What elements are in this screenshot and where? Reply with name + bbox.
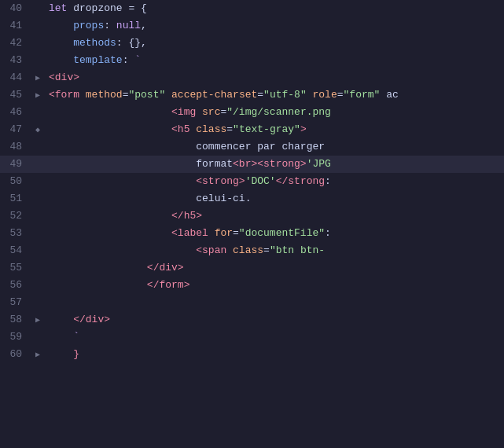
- gutter: [30, 173, 46, 190]
- code-tokens: props: null,: [46, 17, 504, 35]
- code-tokens: let dropzone = {: [46, 0, 504, 17]
- line-number: 46: [0, 104, 30, 121]
- token-attr: accept-charset: [171, 89, 257, 101]
- token-attr: for: [215, 227, 233, 239]
- line-number: 52: [0, 207, 30, 225]
- line-number: 47: [0, 121, 30, 138]
- gutter: [30, 156, 46, 173]
- gutter: ▶: [30, 311, 46, 329]
- token-tag: </strong: [276, 175, 325, 187]
- line-number: 54: [0, 242, 30, 259]
- line-number: 44: [0, 69, 30, 86]
- token-punc: =: [337, 89, 344, 101]
- token-str: 'JPG: [307, 158, 331, 170]
- token-tag: </h5>: [171, 210, 202, 222]
- token-punc: [49, 175, 196, 187]
- code-tokens: commencer par charger: [46, 138, 504, 156]
- breakpoint-dot: ◆: [35, 125, 40, 134]
- code-tokens: </form>: [46, 277, 504, 294]
- token-kw: null: [116, 20, 141, 31]
- fold-arrow-icon[interactable]: ▶: [35, 73, 40, 83]
- code-line: 53 <label for="documentFile":: [0, 225, 504, 242]
- code-tokens: }: [46, 346, 504, 363]
- code-line: 41 props: null,: [0, 17, 504, 35]
- token-punc: :: [325, 175, 331, 187]
- token-attr-val: "/img/scanner.png: [226, 106, 331, 118]
- token-punc: =: [233, 227, 239, 239]
- token-punc: [49, 123, 171, 135]
- code-tokens: <img src="/img/scanner.png: [46, 104, 504, 121]
- token-attr-val: "post": [128, 89, 165, 101]
- token-tag: <h5: [171, 123, 196, 135]
- gutter: ▶: [30, 86, 46, 104]
- token-tag: <label: [171, 227, 215, 239]
- token-attr: method: [86, 89, 123, 101]
- token-attr-val: "text-gray": [233, 123, 300, 135]
- gutter: ▶: [30, 69, 46, 86]
- fold-arrow-icon[interactable]: ▶: [35, 90, 40, 100]
- token-punc: [49, 37, 73, 49]
- token-prop: template: [73, 54, 122, 66]
- code-line: 43 template: `: [0, 52, 504, 69]
- code-line: 46 <img src="/img/scanner.png: [0, 104, 504, 121]
- code-tokens: [46, 294, 504, 311]
- code-line: 52 </h5>: [0, 207, 504, 225]
- token-punc: [49, 244, 196, 256]
- token-punc: :: [123, 54, 135, 66]
- code-line: 40let dropzone = {: [0, 0, 504, 17]
- token-backtick: `: [134, 54, 141, 66]
- fold-arrow-icon[interactable]: ▶: [35, 350, 40, 359]
- gutter: [30, 138, 46, 156]
- token-punc: [165, 89, 171, 101]
- token-attr-val: "utf-8": [263, 89, 307, 101]
- token-punc: [49, 106, 171, 118]
- fold-arrow-icon[interactable]: ▶: [35, 315, 40, 325]
- gutter: [30, 52, 46, 69]
- token-punc: :: [325, 227, 331, 239]
- token-backtick: `: [49, 331, 79, 343]
- code-line: 50 <strong>'DOC'</strong:: [0, 173, 504, 190]
- line-number: 45: [0, 86, 30, 104]
- code-tokens: <form method="post" accept-charset="utf-…: [46, 86, 504, 104]
- gutter: [30, 190, 46, 207]
- token-attr-val: "btn btn-: [270, 244, 325, 256]
- line-number: 60: [0, 346, 30, 363]
- token-prop: methods: [73, 37, 116, 49]
- code-tokens: methods: {},: [46, 35, 504, 52]
- code-line: 59 `: [0, 329, 504, 346]
- code-tokens: <h5 class="text-gray">: [46, 121, 504, 138]
- code-line: 57: [0, 294, 504, 311]
- token-punc: [49, 193, 196, 204]
- token-tag: <div: [49, 72, 73, 83]
- token-punc: [49, 227, 171, 239]
- token-text-node: commencer par charger: [196, 141, 325, 152]
- token-tag: <br>: [233, 158, 257, 170]
- code-tokens: <strong>'DOC'</strong:: [46, 173, 504, 190]
- code-tokens: <label for="documentFile":: [46, 225, 504, 242]
- line-number: 41: [0, 17, 30, 35]
- code-line: 48 commencer par charger: [0, 138, 504, 156]
- token-punc: [49, 348, 73, 360]
- line-number: 50: [0, 173, 30, 190]
- code-line: 51 celui-ci.: [0, 190, 504, 207]
- gutter: [30, 277, 46, 294]
- line-number: 51: [0, 190, 30, 207]
- token-text-node: format: [196, 158, 233, 170]
- token-punc: [49, 141, 196, 152]
- code-line: 49 format<br><strong>'JPG: [0, 156, 504, 173]
- code-line: 42 methods: {},: [0, 35, 504, 52]
- line-number: 42: [0, 35, 30, 52]
- line-number: 58: [0, 311, 30, 329]
- code-tokens: <div>: [46, 69, 504, 86]
- line-number: 48: [0, 138, 30, 156]
- code-line: 55 </div>: [0, 259, 504, 277]
- line-number: 59: [0, 329, 30, 346]
- token-punc: =: [257, 89, 263, 101]
- code-line: 47◆ <h5 class="text-gray">: [0, 121, 504, 138]
- token-punc: = {: [123, 2, 147, 14]
- token-tag: <strong>: [257, 158, 306, 170]
- code-line: 56 </form>: [0, 277, 504, 294]
- gutter: [30, 207, 46, 225]
- gutter: [30, 294, 46, 311]
- token-var: dropzone: [73, 2, 122, 14]
